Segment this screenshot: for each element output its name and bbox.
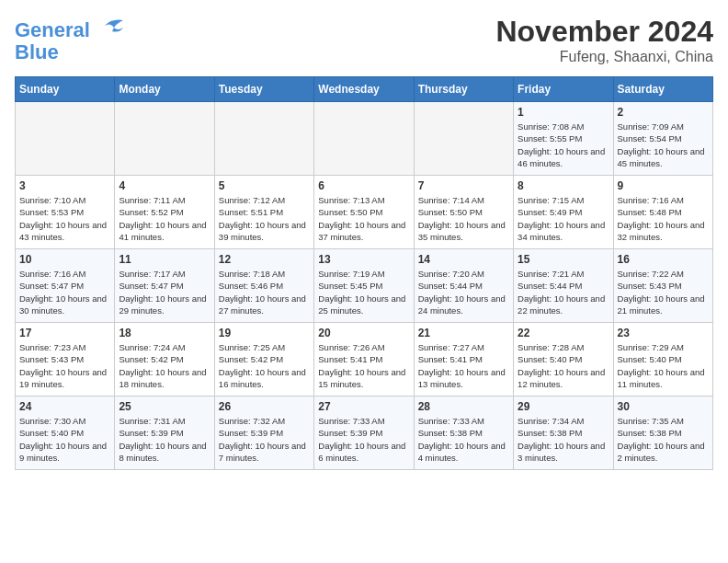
calendar-cell: 2Sunrise: 7:09 AM Sunset: 5:54 PM Daylig… — [613, 102, 712, 176]
calendar-cell: 26Sunrise: 7:32 AM Sunset: 5:39 PM Dayli… — [214, 396, 313, 470]
logo-bird-icon — [97, 15, 125, 37]
day-info: Sunrise: 7:10 AM Sunset: 5:53 PM Dayligh… — [19, 194, 110, 243]
day-info: Sunrise: 7:24 AM Sunset: 5:42 PM Dayligh… — [119, 341, 210, 390]
day-info: Sunrise: 7:11 AM Sunset: 5:52 PM Dayligh… — [119, 194, 210, 243]
day-info: Sunrise: 7:27 AM Sunset: 5:41 PM Dayligh… — [418, 341, 509, 390]
calendar-cell: 29Sunrise: 7:34 AM Sunset: 5:38 PM Dayli… — [514, 396, 613, 470]
day-of-week-header: Monday — [115, 77, 214, 102]
calendar-cell: 4Sunrise: 7:11 AM Sunset: 5:52 PM Daylig… — [115, 176, 214, 249]
calendar-cell: 6Sunrise: 7:13 AM Sunset: 5:50 PM Daylig… — [314, 176, 414, 249]
calendar-cell: 21Sunrise: 7:27 AM Sunset: 5:41 PM Dayli… — [414, 323, 513, 396]
day-number: 25 — [119, 400, 210, 413]
calendar-cell: 5Sunrise: 7:12 AM Sunset: 5:51 PM Daylig… — [214, 176, 313, 249]
day-info: Sunrise: 7:32 AM Sunset: 5:39 PM Dayligh… — [219, 415, 310, 464]
day-number: 13 — [318, 253, 409, 266]
day-number: 4 — [119, 179, 210, 192]
day-info: Sunrise: 7:16 AM Sunset: 5:47 PM Dayligh… — [19, 268, 110, 316]
calendar-week-row: 10Sunrise: 7:16 AM Sunset: 5:47 PM Dayli… — [16, 249, 713, 323]
day-number: 19 — [219, 327, 310, 339]
day-number: 5 — [219, 179, 310, 192]
header-row: SundayMondayTuesdayWednesdayThursdayFrid… — [16, 77, 713, 102]
day-of-week-header: Tuesday — [214, 77, 313, 102]
title-block: November 2024 Fufeng, Shaanxi, China — [495, 15, 713, 65]
day-number: 2 — [618, 106, 709, 119]
calendar-cell: 24Sunrise: 7:30 AM Sunset: 5:40 PM Dayli… — [16, 396, 115, 470]
calendar-cell: 28Sunrise: 7:33 AM Sunset: 5:38 PM Dayli… — [414, 396, 513, 470]
calendar-cell — [115, 102, 214, 176]
calendar-cell: 20Sunrise: 7:26 AM Sunset: 5:41 PM Dayli… — [314, 323, 414, 396]
calendar-cell — [314, 102, 414, 176]
day-info: Sunrise: 7:25 AM Sunset: 5:42 PM Dayligh… — [219, 341, 310, 390]
calendar-cell: 14Sunrise: 7:20 AM Sunset: 5:44 PM Dayli… — [414, 249, 513, 323]
day-info: Sunrise: 7:23 AM Sunset: 5:43 PM Dayligh… — [19, 341, 110, 390]
day-info: Sunrise: 7:19 AM Sunset: 5:45 PM Dayligh… — [318, 268, 409, 316]
calendar-cell: 30Sunrise: 7:35 AM Sunset: 5:38 PM Dayli… — [613, 396, 712, 470]
day-number: 17 — [19, 327, 110, 339]
day-info: Sunrise: 7:22 AM Sunset: 5:43 PM Dayligh… — [618, 268, 709, 316]
calendar-body: 1Sunrise: 7:08 AM Sunset: 5:55 PM Daylig… — [16, 102, 713, 470]
day-number: 23 — [618, 327, 709, 339]
day-info: Sunrise: 7:31 AM Sunset: 5:39 PM Dayligh… — [119, 415, 210, 464]
calendar-cell: 8Sunrise: 7:15 AM Sunset: 5:49 PM Daylig… — [514, 176, 613, 249]
day-info: Sunrise: 7:14 AM Sunset: 5:50 PM Dayligh… — [418, 194, 509, 243]
day-of-week-header: Wednesday — [314, 77, 414, 102]
page-header: General Blue November 2024 Fufeng, Shaan… — [15, 15, 713, 65]
day-number: 29 — [518, 400, 609, 413]
day-info: Sunrise: 7:33 AM Sunset: 5:38 PM Dayligh… — [418, 415, 509, 464]
day-info: Sunrise: 7:15 AM Sunset: 5:49 PM Dayligh… — [518, 194, 609, 243]
calendar-cell: 10Sunrise: 7:16 AM Sunset: 5:47 PM Dayli… — [16, 249, 115, 323]
day-info: Sunrise: 7:12 AM Sunset: 5:51 PM Dayligh… — [219, 194, 310, 243]
calendar-cell: 16Sunrise: 7:22 AM Sunset: 5:43 PM Dayli… — [613, 249, 712, 323]
calendar-week-row: 3Sunrise: 7:10 AM Sunset: 5:53 PM Daylig… — [16, 176, 713, 249]
day-number: 30 — [618, 400, 709, 413]
day-info: Sunrise: 7:17 AM Sunset: 5:47 PM Dayligh… — [119, 268, 210, 316]
calendar-header: SundayMondayTuesdayWednesdayThursdayFrid… — [16, 77, 713, 102]
day-info: Sunrise: 7:29 AM Sunset: 5:40 PM Dayligh… — [618, 341, 709, 390]
day-info: Sunrise: 7:09 AM Sunset: 5:54 PM Dayligh… — [618, 121, 709, 169]
day-number: 21 — [418, 327, 509, 339]
calendar-week-row: 24Sunrise: 7:30 AM Sunset: 5:40 PM Dayli… — [16, 396, 713, 470]
day-info: Sunrise: 7:16 AM Sunset: 5:48 PM Dayligh… — [618, 194, 709, 243]
calendar-cell: 7Sunrise: 7:14 AM Sunset: 5:50 PM Daylig… — [414, 176, 513, 249]
day-number: 18 — [119, 327, 210, 339]
day-info: Sunrise: 7:13 AM Sunset: 5:50 PM Dayligh… — [318, 194, 409, 243]
calendar-cell: 1Sunrise: 7:08 AM Sunset: 5:55 PM Daylig… — [514, 102, 613, 176]
calendar-cell: 18Sunrise: 7:24 AM Sunset: 5:42 PM Dayli… — [115, 323, 214, 396]
day-info: Sunrise: 7:18 AM Sunset: 5:46 PM Dayligh… — [219, 268, 310, 316]
day-number: 12 — [219, 253, 310, 266]
day-number: 6 — [318, 179, 409, 192]
day-of-week-header: Sunday — [16, 77, 115, 102]
day-number: 24 — [19, 400, 110, 413]
calendar-cell: 19Sunrise: 7:25 AM Sunset: 5:42 PM Dayli… — [214, 323, 313, 396]
day-info: Sunrise: 7:08 AM Sunset: 5:55 PM Dayligh… — [518, 121, 609, 169]
calendar-cell: 9Sunrise: 7:16 AM Sunset: 5:48 PM Daylig… — [613, 176, 712, 249]
day-number: 27 — [318, 400, 409, 413]
logo-line1: General — [15, 18, 90, 41]
day-info: Sunrise: 7:30 AM Sunset: 5:40 PM Dayligh… — [19, 415, 110, 464]
month-title: November 2024 — [495, 15, 713, 49]
day-number: 9 — [618, 179, 709, 192]
day-number: 8 — [518, 179, 609, 192]
day-of-week-header: Thursday — [414, 77, 513, 102]
calendar-cell: 22Sunrise: 7:28 AM Sunset: 5:40 PM Dayli… — [514, 323, 613, 396]
day-info: Sunrise: 7:35 AM Sunset: 5:38 PM Dayligh… — [618, 415, 709, 464]
calendar-cell: 27Sunrise: 7:33 AM Sunset: 5:39 PM Dayli… — [314, 396, 414, 470]
day-number: 14 — [418, 253, 509, 266]
calendar-table: SundayMondayTuesdayWednesdayThursdayFrid… — [15, 76, 713, 470]
day-number: 16 — [618, 253, 709, 266]
day-info: Sunrise: 7:33 AM Sunset: 5:39 PM Dayligh… — [318, 415, 409, 464]
day-number: 7 — [418, 179, 509, 192]
day-of-week-header: Saturday — [613, 77, 712, 102]
calendar-cell: 11Sunrise: 7:17 AM Sunset: 5:47 PM Dayli… — [115, 249, 214, 323]
calendar-cell — [16, 102, 115, 176]
day-number: 11 — [119, 253, 210, 266]
day-info: Sunrise: 7:26 AM Sunset: 5:41 PM Dayligh… — [318, 341, 409, 390]
day-number: 3 — [19, 179, 110, 192]
day-info: Sunrise: 7:34 AM Sunset: 5:38 PM Dayligh… — [518, 415, 609, 464]
calendar-cell: 17Sunrise: 7:23 AM Sunset: 5:43 PM Dayli… — [16, 323, 115, 396]
calendar-cell: 12Sunrise: 7:18 AM Sunset: 5:46 PM Dayli… — [214, 249, 313, 323]
day-number: 15 — [518, 253, 609, 266]
logo-text: General — [15, 15, 125, 41]
day-number: 1 — [518, 106, 609, 119]
calendar-cell — [214, 102, 313, 176]
